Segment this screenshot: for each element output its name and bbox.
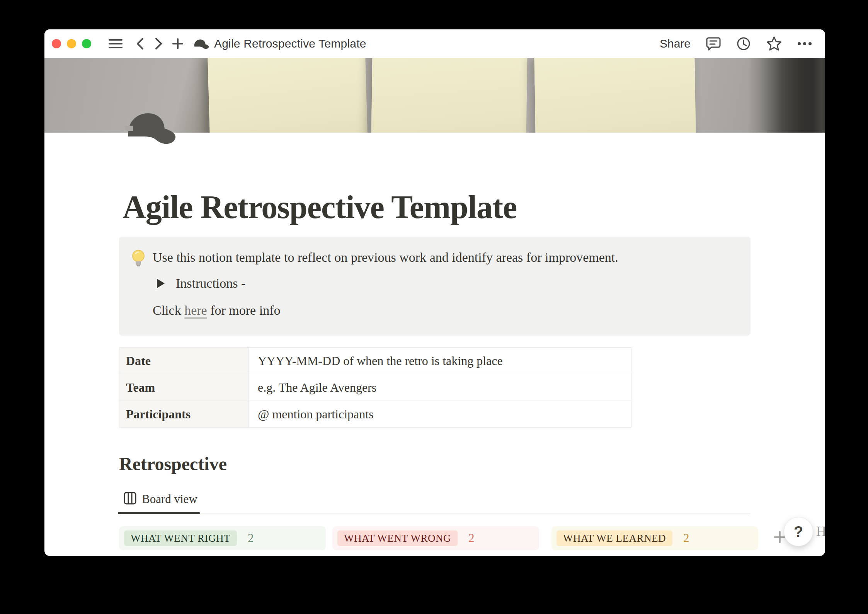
board-view-icon [124, 492, 136, 506]
property-label-participants[interactable]: Participants [119, 401, 249, 428]
help-button[interactable]: ? [784, 517, 813, 546]
tab-board-view[interactable]: Board view [124, 492, 197, 506]
notion-window: Agile Retrospective Template Share [44, 29, 825, 556]
favorite-icon[interactable] [766, 36, 782, 51]
property-label-team[interactable]: Team [119, 374, 249, 401]
properties-table: Date YYYY-MM-DD of when the retro is tak… [119, 347, 631, 428]
board-view-label: Board view [142, 492, 197, 506]
history-icon[interactable] [736, 36, 751, 51]
title-bar: Agile Retrospective Template Share [44, 29, 825, 58]
forward-icon[interactable] [154, 37, 163, 50]
board-column-what-we-learned: WHAT WE LEARNED 2 [551, 526, 758, 550]
group-count: 2 [683, 531, 689, 545]
clipped-column-label: H [816, 523, 825, 539]
active-tab-underline [118, 512, 200, 514]
table-row: Participants @ mention participants [119, 401, 631, 428]
page-cap-icon [193, 39, 209, 49]
group-badge[interactable]: WHAT WENT RIGHT [124, 530, 237, 546]
board-column-what-went-right: WHAT WENT RIGHT 2 [119, 526, 326, 550]
toggle-icon [157, 279, 165, 288]
sticky-note [208, 58, 368, 133]
board-column-what-went-wrong: WHAT WENT WRONG 2 [332, 526, 539, 550]
light-bulb-icon [131, 250, 146, 269]
menu-icon[interactable] [109, 38, 123, 49]
group-badge[interactable]: WHAT WENT WRONG [337, 530, 458, 546]
here-link[interactable]: here [184, 303, 207, 317]
window-title-breadcrumb[interactable]: Agile Retrospective Template [214, 37, 366, 50]
table-row: Team e.g. The Agile Avengers [119, 374, 631, 401]
link-prefix: Click [153, 303, 184, 317]
group-badge[interactable]: WHAT WE LEARNED [557, 530, 672, 546]
page-icon-cap[interactable] [125, 111, 178, 144]
comment-icon[interactable] [706, 37, 721, 51]
link-suffix: for more info [207, 303, 281, 317]
sticky-note [534, 58, 696, 133]
property-label-date[interactable]: Date [119, 348, 249, 374]
help-icon: ? [794, 523, 803, 541]
cover-dark-edge [748, 58, 825, 133]
table-row: Date YYYY-MM-DD of when the retro is tak… [119, 348, 631, 374]
instructions-toggle[interactable]: Instructions - [157, 276, 245, 291]
tab-divider [119, 513, 751, 514]
callout-block: Use this notion template to reflect on p… [119, 237, 751, 336]
property-value-participants[interactable]: @ mention participants [249, 401, 631, 428]
back-icon[interactable] [135, 37, 145, 50]
group-count: 2 [248, 531, 254, 545]
instructions-toggle-label: Instructions - [176, 276, 245, 291]
section-heading: Retrospective [119, 455, 227, 473]
group-count: 2 [468, 531, 475, 545]
callout-text: Use this notion template to reflect on p… [153, 249, 618, 266]
sticky-note [371, 58, 527, 133]
new-tab-icon[interactable] [172, 38, 184, 49]
minimize-window-button[interactable] [67, 39, 76, 48]
zoom-window-button[interactable] [82, 39, 91, 48]
property-value-team[interactable]: e.g. The Agile Avengers [249, 374, 631, 401]
more-icon[interactable] [797, 42, 812, 46]
share-button[interactable]: Share [660, 37, 691, 50]
callout-link-line: Click here for more info [153, 303, 280, 318]
page-title[interactable]: Agile Retrospective Template [123, 191, 517, 223]
close-window-button[interactable] [52, 39, 61, 48]
property-value-date[interactable]: YYYY-MM-DD of when the retro is taking p… [249, 348, 631, 374]
